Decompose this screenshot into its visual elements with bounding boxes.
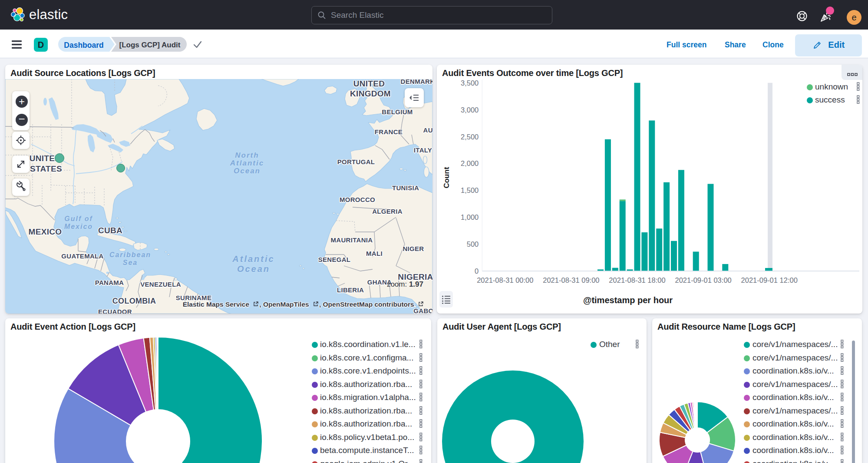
- svg-text:1,000: 1,000: [461, 213, 479, 221]
- svg-text:500: 500: [467, 240, 479, 248]
- svg-text:2021-09-01 12:00: 2021-09-01 12:00: [741, 276, 798, 284]
- svg-text:3,000: 3,000: [461, 106, 479, 114]
- svg-text:3,500: 3,500: [461, 79, 479, 87]
- svg-text:Count: Count: [442, 167, 451, 188]
- svg-text:@timestamp per hour: @timestamp per hour: [583, 295, 673, 305]
- svg-text:2021-09-01 03:00: 2021-09-01 03:00: [675, 276, 731, 284]
- svg-text:0: 0: [475, 267, 479, 275]
- svg-text:2021-08-31 18:00: 2021-08-31 18:00: [609, 276, 665, 284]
- svg-text:2021-08-31 00:00: 2021-08-31 00:00: [477, 276, 533, 284]
- svg-text:1,500: 1,500: [461, 186, 479, 194]
- svg-text:2,000: 2,000: [461, 159, 479, 167]
- svg-text:2,500: 2,500: [461, 133, 479, 141]
- svg-text:2021-08-31 09:00: 2021-08-31 09:00: [543, 276, 599, 284]
